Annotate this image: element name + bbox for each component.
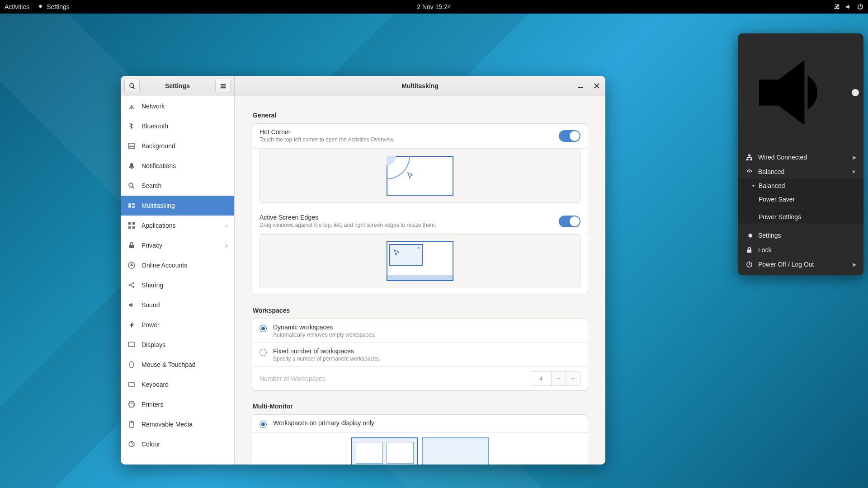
radio-primary-only[interactable]: Workspaces on primary display only (252, 415, 588, 433)
sidebar-item-power[interactable]: Power (121, 315, 234, 335)
radio-dynamic-workspaces[interactable]: Dynamic workspaces Automatically removes… (252, 319, 588, 343)
sidebar-item-background[interactable]: Background (121, 136, 234, 156)
row-workspace-count: Number of Workspaces − + (252, 367, 588, 390)
sidebar-item-label: Background (142, 142, 175, 150)
system-menu-popover: Wired Connected ▶ Balanced ▼ Balanced Po… (738, 33, 863, 275)
minimize-icon (578, 83, 583, 89)
network-icon (128, 103, 135, 110)
sidebar-item-label: Bluetooth (142, 122, 168, 130)
sidebar-item-label: Online Accounts (142, 262, 187, 269)
network-wired-icon (834, 4, 840, 10)
settings-sidebar: NetworkBluetoothBackgroundNotificationsS… (121, 96, 235, 465)
svg-point-21 (132, 443, 133, 444)
sidebar-item-sound[interactable]: Sound (121, 295, 234, 315)
menu-item-settings[interactable]: Settings (738, 228, 863, 243)
displays-icon (128, 341, 135, 348)
submenu-item-power-saver[interactable]: Power Saver (738, 192, 863, 206)
submenu-item-balanced[interactable]: Balanced (738, 179, 863, 192)
sidebar-item-keyboard[interactable]: Keyboard (121, 375, 234, 394)
volume-control[interactable] (738, 39, 863, 150)
volume-icon (746, 41, 850, 145)
multimonitor-illustration (252, 433, 588, 465)
menu-item-lock[interactable]: Lock (738, 243, 863, 257)
active-edges-label: Active Screen Edges (259, 214, 553, 221)
sidebar-item-removable[interactable]: Removable Media (121, 414, 234, 434)
clock[interactable]: 2 Nov 15:24 (417, 3, 451, 10)
sidebar-item-label: Sound (142, 301, 160, 309)
decrement-button[interactable]: − (551, 372, 566, 385)
system-status-area[interactable] (834, 4, 863, 10)
sidebar-item-network[interactable]: Network (121, 96, 234, 116)
menu-item-network[interactable]: Wired Connected ▶ (738, 150, 863, 164)
sidebar-item-applications[interactable]: Applications› (121, 216, 234, 235)
svg-rect-5 (132, 206, 135, 208)
hot-corner-toggle[interactable] (559, 130, 580, 142)
sidebar-item-mouse[interactable]: Mouse & Touchpad (121, 355, 234, 375)
settings-content[interactable]: General Hot Corner Touch the top-left co… (235, 96, 605, 465)
page-title: Multitasking (235, 82, 605, 89)
workspace-count-spinner[interactable]: − + (531, 371, 580, 386)
chevron-right-icon: › (226, 242, 228, 249)
search-icon (129, 83, 136, 89)
hot-corner-label: Hot Corner (259, 128, 553, 136)
sidebar-item-label: Power (142, 321, 160, 328)
active-edges-toggle[interactable] (559, 216, 580, 227)
svg-rect-25 (750, 159, 752, 160)
sidebar-item-online-accounts[interactable]: Online Accounts (121, 255, 234, 275)
printers-icon (128, 401, 135, 408)
sidebar-item-label: Notifications (142, 162, 176, 169)
lock-icon (746, 247, 753, 253)
sidebar-item-privacy[interactable]: Privacy› (121, 235, 234, 255)
svg-rect-15 (130, 361, 133, 368)
svg-rect-18 (131, 421, 132, 423)
minimize-button[interactable] (576, 81, 585, 91)
radio-icon (259, 325, 267, 332)
sidebar-item-search[interactable]: Search (121, 176, 234, 196)
hamburger-icon (220, 83, 226, 89)
search-button[interactable] (124, 79, 140, 93)
window-titlebar: Settings Multitasking (121, 76, 605, 96)
sharing-icon (128, 282, 135, 289)
menu-item-power-profile[interactable]: Balanced ▼ (738, 164, 863, 179)
top-bar: Activities Settings 2 Nov 15:24 (0, 0, 868, 14)
sidebar-item-label: Multitasking (142, 202, 175, 209)
sidebar-item-label: Mouse & Touchpad (142, 361, 196, 368)
sidebar-item-displays[interactable]: Displays (121, 335, 234, 355)
card-general: Hot Corner Touch the top-left corner to … (252, 123, 588, 295)
sidebar-item-multitasking[interactable]: Multitasking (121, 196, 234, 216)
sidebar-item-label: Search (142, 182, 161, 189)
gear-icon (746, 232, 753, 239)
close-button[interactable] (592, 81, 602, 91)
svg-point-13 (132, 286, 134, 288)
workspace-count-input[interactable] (531, 372, 551, 385)
active-app-indicator[interactable]: Settings (38, 3, 70, 10)
svg-rect-6 (128, 222, 131, 225)
sidebar-title: Settings (143, 82, 212, 89)
section-title-workspaces: Workspaces (253, 307, 588, 314)
hamburger-menu-button[interactable] (215, 79, 231, 93)
sidebar-item-notifications[interactable]: Notifications (121, 156, 234, 176)
svg-rect-0 (578, 87, 583, 88)
submenu-item-power-settings[interactable]: Power Settings (738, 210, 863, 224)
sidebar-item-colour[interactable]: Colour (121, 434, 234, 454)
sidebar-item-sharing[interactable]: Sharing (121, 275, 234, 295)
radio-icon (259, 349, 267, 356)
power-icon (857, 4, 863, 10)
sidebar-item-label: Displays (142, 341, 165, 348)
chevron-right-icon: ▶ (853, 155, 856, 160)
sidebar-item-bluetooth[interactable]: Bluetooth (121, 116, 234, 136)
svg-point-22 (132, 445, 133, 446)
sidebar-item-label: Applications (142, 222, 176, 229)
chevron-down-icon: ▼ (851, 169, 856, 174)
gear-icon (38, 4, 44, 10)
online-accounts-icon (128, 262, 135, 269)
sidebar-item-printers[interactable]: Printers (121, 394, 234, 414)
speedometer-icon (746, 169, 753, 175)
card-workspaces: Dynamic workspaces Automatically removes… (252, 319, 588, 391)
sidebar-item-label: Removable Media (142, 421, 193, 428)
activities-button[interactable]: Activities (5, 3, 29, 10)
radio-fixed-workspaces[interactable]: Fixed number of workspaces Specify a num… (252, 343, 588, 367)
increment-button[interactable]: + (566, 372, 580, 385)
menu-item-poweroff[interactable]: Power Off / Log Out ▶ (738, 257, 863, 272)
svg-rect-8 (128, 226, 131, 229)
